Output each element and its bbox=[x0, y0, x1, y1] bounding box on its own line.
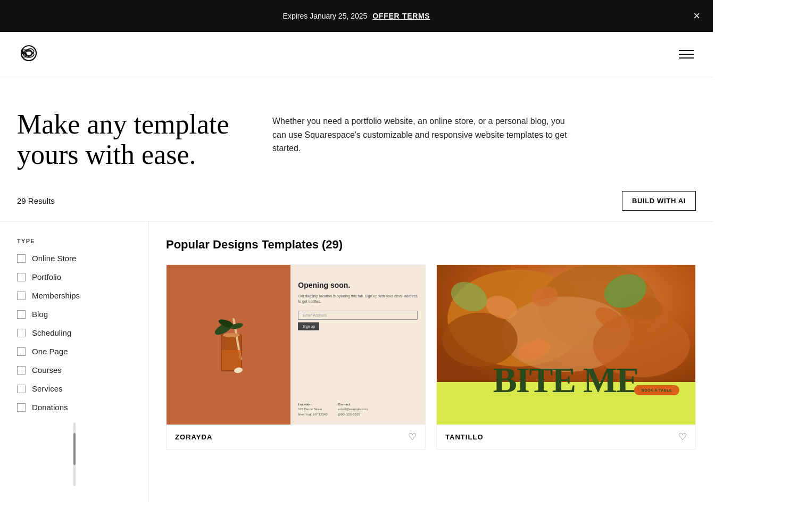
banner-close-button[interactable]: × bbox=[693, 10, 700, 22]
zorayda-content: Opening soon. Our flagship location is o… bbox=[290, 265, 425, 425]
sidebar-scrollbar-thumb bbox=[73, 433, 76, 465]
tantillo-preview: TANTILLO MENU RESERVATIONS bbox=[437, 265, 695, 425]
banner-text: Expires January 25, 2025 OFFER TERMS bbox=[283, 12, 430, 20]
banner-expires: Expires January 25, 2025 bbox=[283, 12, 368, 20]
checkbox-scheduling[interactable] bbox=[17, 329, 26, 337]
zorayda-signup-btn: Sign up bbox=[298, 322, 319, 330]
label-services: Services bbox=[32, 384, 63, 393]
zorayda-footer: Location 123 Demo StreetNew York, NY 123… bbox=[298, 402, 418, 418]
svg-rect-8 bbox=[222, 350, 241, 370]
label-online-store: Online Store bbox=[32, 254, 76, 263]
checkbox-online-store[interactable] bbox=[17, 254, 26, 263]
filter-online-store[interactable]: Online Store bbox=[17, 254, 131, 263]
sidebar: TYPE Online Store Portfolio Memberships … bbox=[0, 222, 149, 502]
hero-description: Whether you need a portfolio website, an… bbox=[272, 109, 570, 155]
checkbox-services[interactable] bbox=[17, 385, 26, 393]
content-area: Popular Designs Templates (29) Zorayda bbox=[149, 222, 713, 502]
header: S bbox=[0, 32, 713, 77]
checkbox-courses[interactable] bbox=[17, 366, 26, 375]
label-blog: Blog bbox=[32, 310, 48, 319]
label-memberships: Memberships bbox=[32, 291, 80, 300]
offer-terms-link[interactable]: OFFER TERMS bbox=[372, 12, 430, 20]
label-scheduling: Scheduling bbox=[32, 328, 71, 337]
build-with-ai-button[interactable]: BUILD WITH AI bbox=[622, 191, 696, 211]
zorayda-preview: Zorayda bbox=[167, 265, 425, 425]
top-banner: Expires January 25, 2025 OFFER TERMS × bbox=[0, 0, 713, 32]
main-layout: TYPE Online Store Portfolio Memberships … bbox=[0, 222, 713, 502]
checkbox-memberships[interactable] bbox=[17, 292, 26, 300]
label-portfolio: Portfolio bbox=[32, 272, 61, 281]
tantillo-mock: TANTILLO MENU RESERVATIONS bbox=[437, 265, 695, 425]
filter-blog[interactable]: Blog bbox=[17, 310, 131, 319]
checkbox-donations[interactable] bbox=[17, 403, 26, 412]
filter-memberships[interactable]: Memberships bbox=[17, 291, 131, 300]
svg-point-9 bbox=[223, 333, 240, 337]
zorayda-opening-text: Opening soon. bbox=[298, 281, 418, 289]
filter-one-page[interactable]: One Page bbox=[17, 347, 131, 356]
zorayda-card-footer: ZORAYDA ♡ bbox=[167, 425, 425, 449]
tantillo-book-btn: BOOK A TABLE bbox=[634, 385, 679, 395]
zorayda-favorite-button[interactable]: ♡ bbox=[408, 432, 417, 442]
filter-type-label: TYPE bbox=[17, 238, 131, 244]
zorayda-email-field: Email Address bbox=[298, 311, 418, 320]
section-title: Popular Designs Templates (29) bbox=[166, 238, 696, 252]
tantillo-card-name: TANTILLO bbox=[445, 433, 484, 441]
hamburger-line-3 bbox=[679, 57, 694, 59]
drink-illustration bbox=[207, 302, 255, 387]
zorayda-image bbox=[167, 265, 296, 425]
logo[interactable]: S bbox=[17, 41, 40, 67]
zorayda-location: Location 123 Demo StreetNew York, NY 123… bbox=[298, 402, 327, 418]
filter-scheduling[interactable]: Scheduling bbox=[17, 328, 131, 337]
hero-section: Make any template yours with ease. Wheth… bbox=[0, 77, 713, 191]
label-one-page: One Page bbox=[32, 347, 68, 356]
filter-portfolio[interactable]: Portfolio bbox=[17, 272, 131, 281]
hamburger-line-2 bbox=[679, 54, 694, 55]
tantillo-card-footer: TANTILLO ♡ bbox=[437, 425, 695, 449]
filter-services[interactable]: Services bbox=[17, 384, 131, 393]
zorayda-card-name: ZORAYDA bbox=[175, 433, 212, 441]
hamburger-menu-button[interactable] bbox=[677, 48, 696, 61]
label-donations: Donations bbox=[32, 403, 68, 412]
template-grid: Zorayda bbox=[166, 264, 696, 450]
filter-donations[interactable]: Donations bbox=[17, 403, 131, 412]
results-bar: 29 Results BUILD WITH AI bbox=[0, 191, 713, 222]
template-card-zorayda[interactable]: Zorayda bbox=[166, 264, 426, 450]
svg-point-14 bbox=[442, 313, 518, 367]
hero-title: Make any template yours with ease. bbox=[17, 109, 240, 170]
template-card-tantillo[interactable]: TANTILLO MENU RESERVATIONS bbox=[436, 264, 696, 450]
filter-courses[interactable]: Courses bbox=[17, 365, 131, 375]
sidebar-scrollbar bbox=[73, 422, 76, 486]
zorayda-mock: Zorayda bbox=[167, 265, 425, 425]
label-courses: Courses bbox=[32, 365, 62, 375]
zorayda-body-text: Our flagship location is opening this fa… bbox=[298, 294, 418, 304]
results-count: 29 Results bbox=[17, 196, 55, 205]
checkbox-one-page[interactable] bbox=[17, 347, 26, 356]
tantillo-favorite-button[interactable]: ♡ bbox=[678, 432, 687, 442]
checkbox-blog[interactable] bbox=[17, 310, 26, 319]
checkbox-portfolio[interactable] bbox=[17, 273, 26, 281]
hamburger-line-1 bbox=[679, 50, 694, 51]
zorayda-contact: Contact email@example.com(000) 555-5555 bbox=[338, 402, 368, 418]
